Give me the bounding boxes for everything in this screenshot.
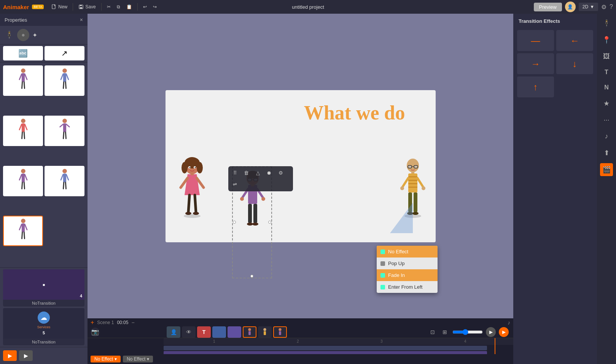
redo-button[interactable]: ↪	[151, 3, 159, 10]
copy-button[interactable]: ⧉	[115, 3, 123, 10]
trans-btn-left-selected[interactable]: —	[517, 30, 554, 51]
record-icon[interactable]: ⏺	[264, 168, 275, 178]
scene-minus-button[interactable]: −	[131, 319, 134, 326]
grid-button[interactable]: ⊞	[440, 328, 449, 336]
play-alt-button[interactable]: ▶	[19, 350, 33, 361]
chevron-down-icon: ▼	[590, 4, 594, 10]
svg-line-21	[24, 132, 24, 138]
trans-btn-arrow-left[interactable]: ←	[556, 30, 593, 51]
magic-tab-button[interactable]: ✦	[32, 32, 37, 39]
scene-list: ■ 4 NoTransition ☁ Services 5 NoTransiti…	[0, 267, 88, 347]
side-icon-dots[interactable]: ···	[601, 114, 611, 126]
svg-line-57	[188, 195, 189, 212]
settings-button[interactable]: ⚙	[601, 3, 606, 11]
trans-btn-arrow-up[interactable]: ↑	[517, 76, 554, 97]
svg-point-98	[263, 328, 266, 331]
character-item-3[interactable]	[3, 116, 43, 146]
character-item-5[interactable]	[3, 166, 43, 196]
resize-handle-right[interactable]	[268, 221, 271, 224]
music-button[interactable]: ♪	[508, 319, 510, 326]
side-icon-text[interactable]: T	[602, 67, 611, 78]
svg-line-45	[24, 232, 24, 239]
arrow-right-icon: →	[531, 59, 540, 69]
side-icon-upload[interactable]: ⬆	[602, 146, 612, 159]
scene-item-5[interactable]: ☁ Services 5 NoTransition	[3, 308, 84, 345]
track-icon-text[interactable]: T	[197, 326, 211, 338]
effect-item-fadein[interactable]: Fade In	[377, 269, 438, 281]
paste-button[interactable]: 📋	[124, 3, 134, 10]
timeline-play-button[interactable]: ▶	[486, 327, 496, 337]
svg-line-12	[61, 74, 63, 80]
effect-color-dot-4	[380, 285, 385, 289]
track-icon-char3[interactable]	[273, 326, 287, 338]
effect-bar: No Effect ▾ No Effect ▾	[88, 354, 513, 364]
face-tab-button[interactable]: ●	[17, 29, 29, 41]
properties-title: Properties	[5, 17, 27, 23]
delete-icon[interactable]: 🗑	[241, 168, 252, 178]
character-tab-button[interactable]: 🕴	[5, 30, 14, 40]
swap-icon[interactable]: ⇌	[230, 179, 240, 190]
track-icon-char2[interactable]	[258, 326, 272, 338]
zoom-slider[interactable]	[452, 329, 483, 335]
side-icon-person[interactable]: 🕴	[600, 17, 613, 30]
undo-button[interactable]: ↩	[141, 3, 149, 10]
preview-button[interactable]: Preview	[534, 3, 562, 11]
side-icon-location[interactable]: 📍	[600, 33, 613, 46]
effect-1-button[interactable]: No Effect ▾	[91, 356, 121, 362]
arrow-down-icon: ↓	[573, 59, 577, 69]
side-icon-image[interactable]: 🖼	[601, 50, 612, 63]
svg-line-58	[195, 195, 196, 212]
side-icons-panel: 🕴 📍 🖼 T N ★ ··· ♪ ⬆ 🎬	[597, 14, 616, 364]
effect-item-enter-left[interactable]: Enter From Left	[377, 281, 438, 293]
character-item-4[interactable]	[45, 116, 84, 146]
effect-item-no-effect[interactable]: No Effect	[377, 246, 438, 258]
character-item-1[interactable]	[3, 65, 43, 96]
track-icon-purple[interactable]	[228, 326, 241, 338]
timeline-cursor	[495, 338, 495, 354]
transition-panel: Transition Effects — ← → ↓ ↑	[513, 14, 597, 364]
character-item-2[interactable]	[45, 65, 84, 96]
effect-2-button[interactable]: No Effect ▾	[123, 356, 153, 362]
character-pink-dress[interactable]	[177, 157, 207, 235]
play-button[interactable]: ▶	[3, 350, 17, 361]
side-icon-star[interactable]: ★	[601, 97, 612, 110]
view-mode-button[interactable]: 2D ▼	[579, 3, 598, 11]
move-icon[interactable]: ⠿	[230, 168, 240, 178]
track-icon-person[interactable]: 👤	[167, 326, 180, 338]
timeline-play-alt-button[interactable]: ▶	[499, 327, 509, 337]
side-icon-active[interactable]: 🎬	[600, 163, 613, 176]
new-button[interactable]: New	[49, 3, 70, 10]
effect-item-popup[interactable]: Pop Up	[377, 258, 438, 269]
settings-icon[interactable]: ⚙	[275, 168, 286, 178]
close-properties-button[interactable]: ×	[80, 17, 83, 23]
svg-point-74	[247, 223, 253, 226]
trans-btn-arrow-right[interactable]: →	[517, 53, 554, 74]
svg-line-14	[63, 82, 64, 89]
flip-icon[interactable]: △	[253, 168, 263, 178]
ruler-mark-4: 4	[464, 339, 466, 343]
svg-marker-95	[390, 203, 413, 233]
track-bar-2[interactable]	[164, 351, 487, 354]
scene-5-label: NoTransition	[3, 339, 84, 345]
track-icon-eye[interactable]: 👁	[182, 326, 196, 338]
track-icon-char1[interactable]	[243, 326, 256, 338]
trans-btn-arrow-down[interactable]: ↓	[556, 53, 593, 74]
scene-item-4[interactable]: ■ 4 NoTransition	[3, 269, 84, 307]
resize-handle-left[interactable]	[233, 221, 236, 224]
side-icon-n[interactable]: N	[602, 82, 611, 93]
track-icon-blue[interactable]	[212, 326, 226, 338]
character-grid	[0, 62, 88, 267]
help-button[interactable]: ?	[610, 3, 613, 10]
resize-handle-bottom[interactable]	[250, 275, 253, 278]
side-icon-music[interactable]: ♪	[603, 130, 611, 143]
arrow-up-icon: ↑	[533, 82, 538, 92]
character-item-6[interactable]	[45, 166, 84, 196]
svg-rect-80	[411, 172, 414, 173]
add-scene-button[interactable]: +	[91, 319, 94, 326]
main-canvas[interactable]: What we do	[166, 90, 436, 242]
character-item-7-selected[interactable]	[3, 216, 43, 246]
save-button[interactable]: Save	[76, 3, 98, 10]
zoom-fit-button[interactable]: ⊡	[428, 328, 437, 336]
track-bar-1[interactable]	[164, 346, 487, 350]
cut-button[interactable]: ✂	[105, 3, 113, 10]
